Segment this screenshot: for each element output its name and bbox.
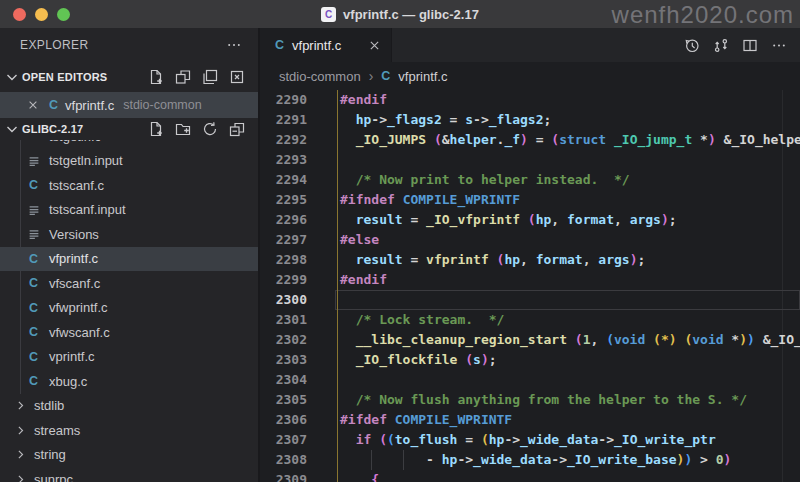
code-line-text: #ifdef COMPILE_WPRINTF xyxy=(340,410,512,430)
code-line-2291[interactable]: 2291 hp->_flags2 = s->_flags2; xyxy=(262,110,800,130)
code-line-2300[interactable]: 2300 xyxy=(262,290,800,310)
code-line-2290[interactable]: 2290#endif xyxy=(262,90,800,110)
code-line-text: /* Lock stream. */ xyxy=(340,310,504,330)
code-line-2296[interactable]: 2296 result = _IO_vfprintf (hp, format, … xyxy=(262,210,800,230)
open-editor-item-vfprintf[interactable]: C vfprintf.c stdio-common xyxy=(0,92,258,118)
open-editors-section-header[interactable]: OPEN EDITORS xyxy=(0,62,258,92)
explorer-header: EXPLORER xyxy=(0,28,258,62)
code-line-2298[interactable]: 2298 result = vfprintf (hp, format, args… xyxy=(262,250,800,270)
explorer-sidebar: Ctstgetln.ctstgetln.inputCtstscanf.ctsts… xyxy=(0,28,260,482)
breadcrumb: stdio-common › C vfprintf.c xyxy=(262,62,800,90)
close-all-icon[interactable] xyxy=(229,69,245,85)
code-line-2309[interactable]: 2309 { xyxy=(262,470,800,482)
tree-item-tstscanf.c[interactable]: Ctstscanf.c xyxy=(0,173,258,198)
line-number: 2290 xyxy=(262,90,307,110)
code-line-2308[interactable]: 2308 - hp->_wide_data->_IO_write_base)) … xyxy=(262,450,800,470)
code-editor[interactable]: 2290#endif2291 hp->_flags2 = s->_flags2;… xyxy=(262,90,800,482)
editor-actions xyxy=(684,28,800,62)
code-line-2297[interactable]: 2297#else xyxy=(262,230,800,250)
tree-item-vprintf.c[interactable]: Cvprintf.c xyxy=(0,345,258,370)
breadcrumb-file[interactable]: vfprintf.c xyxy=(398,69,447,84)
c-file-icon: C xyxy=(26,301,41,315)
save-all-icon[interactable] xyxy=(202,69,218,85)
open-editors-label: OPEN EDITORS xyxy=(22,71,107,83)
tree-item-label: sunrpc xyxy=(34,472,73,482)
tree-item-label: streams xyxy=(34,423,80,438)
code-line-text: #else xyxy=(340,230,379,250)
c-file-icon: C xyxy=(26,276,41,290)
tree-item-vfwprintf.c[interactable]: Cvfwprintf.c xyxy=(0,296,258,321)
tree-item-label: xbug.c xyxy=(49,374,87,389)
code-line-2302[interactable]: 2302 __libc_cleanup_region_start (1, (vo… xyxy=(262,330,800,350)
text-file-icon xyxy=(26,227,41,241)
c-file-icon: C xyxy=(26,374,41,388)
c-file-icon: C xyxy=(26,178,41,192)
line-number: 2299 xyxy=(262,270,307,290)
tree-item-vfprintf.c[interactable]: Cvfprintf.c xyxy=(0,247,258,272)
current-line-highlight xyxy=(335,290,800,310)
code-line-2307[interactable]: 2307 if ((to_flush = (hp->_wide_data->_I… xyxy=(262,430,800,450)
breadcrumb-folder[interactable]: stdio-common xyxy=(279,69,361,84)
tree-item-label: tstgetln.input xyxy=(49,153,123,168)
ellipsis-icon[interactable] xyxy=(771,37,787,53)
line-number: 2293 xyxy=(262,150,307,170)
code-line-2305[interactable]: 2305 /* Now flush anything from the help… xyxy=(262,390,800,410)
code-line-2303[interactable]: 2303 _IO_flockfile (s); xyxy=(262,350,800,370)
new-folder-icon[interactable] xyxy=(175,121,191,137)
watermark: wenfh2020.com xyxy=(612,0,794,28)
project-label: GLIBC-2.17 xyxy=(22,123,83,135)
code-line-2304[interactable]: 2304 xyxy=(262,370,800,390)
history-icon[interactable] xyxy=(684,37,700,53)
tree-item-streams[interactable]: streams xyxy=(0,418,258,443)
new-file-icon[interactable] xyxy=(148,69,164,85)
code-line-text: #endif xyxy=(340,90,387,110)
chevron-right-icon xyxy=(14,473,27,482)
code-line-2292[interactable]: 2292 _IO_JUMPS (&helper._f) = (struct _I… xyxy=(262,130,800,150)
c-file-icon: C xyxy=(49,98,58,112)
tree-item-string[interactable]: string xyxy=(0,443,258,468)
line-number: 2300 xyxy=(262,290,307,310)
close-tab-icon[interactable] xyxy=(368,39,381,52)
line-number: 2298 xyxy=(262,250,307,270)
tree-item-Versions[interactable]: Versions xyxy=(0,222,258,247)
tree-item-sunrpc[interactable]: sunrpc xyxy=(0,467,258,482)
document-icon: C xyxy=(321,7,336,22)
close-icon[interactable] xyxy=(27,99,39,111)
line-number: 2305 xyxy=(262,390,307,410)
code-line-2294[interactable]: 2294 /* Now print to helper instead. */ xyxy=(262,170,800,190)
code-line-2299[interactable]: 2299#endif xyxy=(262,270,800,290)
code-line-2301[interactable]: 2301 /* Lock stream. */ xyxy=(262,310,800,330)
tree-item-vfwscanf.c[interactable]: Cvfwscanf.c xyxy=(0,320,258,345)
tree-item-stdlib[interactable]: stdlib xyxy=(0,394,258,419)
tree-item-xbug.c[interactable]: Cxbug.c xyxy=(0,369,258,394)
tree-item-tstscanf.input[interactable]: tstscanf.input xyxy=(0,198,258,223)
c-file-icon: C xyxy=(26,325,41,339)
split-icon[interactable] xyxy=(742,37,758,53)
editor-group: C vfprintf.c stdio-common › C vfprintf.c… xyxy=(262,28,800,482)
code-line-2293[interactable]: 2293 xyxy=(262,150,800,170)
line-number: 2301 xyxy=(262,310,307,330)
tab-label: vfprintf.c xyxy=(292,38,341,53)
open-editor-file-folder: stdio-common xyxy=(123,98,202,112)
line-number: 2304 xyxy=(262,370,307,390)
line-number: 2306 xyxy=(262,410,307,430)
compare-icon[interactable] xyxy=(713,37,729,53)
code-line-2295[interactable]: 2295#ifndef COMPILE_WPRINTF xyxy=(262,190,800,210)
refresh-icon[interactable] xyxy=(202,121,218,137)
code-line-2306[interactable]: 2306#ifdef COMPILE_WPRINTF xyxy=(262,410,800,430)
tree-item-label: vfwscanf.c xyxy=(49,325,110,340)
editor-layout-icon[interactable] xyxy=(175,69,191,85)
chevron-right-icon xyxy=(14,424,27,437)
tree-item-tstgetln.input[interactable]: tstgetln.input xyxy=(0,149,258,174)
more-actions-icon[interactable] xyxy=(226,37,242,53)
code-line-text: _IO_flockfile (s); xyxy=(340,350,497,370)
project-section-header[interactable]: GLIBC-2.17 xyxy=(0,118,258,140)
code-line-text: hp->_flags2 = s->_flags2; xyxy=(340,110,551,130)
code-line-text: /* Now flush anything from the helper to… xyxy=(340,390,747,410)
code-line-text: #ifndef COMPILE_WPRINTF xyxy=(340,190,520,210)
chevron-right-icon xyxy=(14,448,27,461)
tab-vfprintf[interactable]: C vfprintf.c xyxy=(262,28,392,62)
tree-item-vfscanf.c[interactable]: Cvfscanf.c xyxy=(0,271,258,296)
new-file-icon[interactable] xyxy=(148,121,164,137)
collapse-all-icon[interactable] xyxy=(229,121,245,137)
